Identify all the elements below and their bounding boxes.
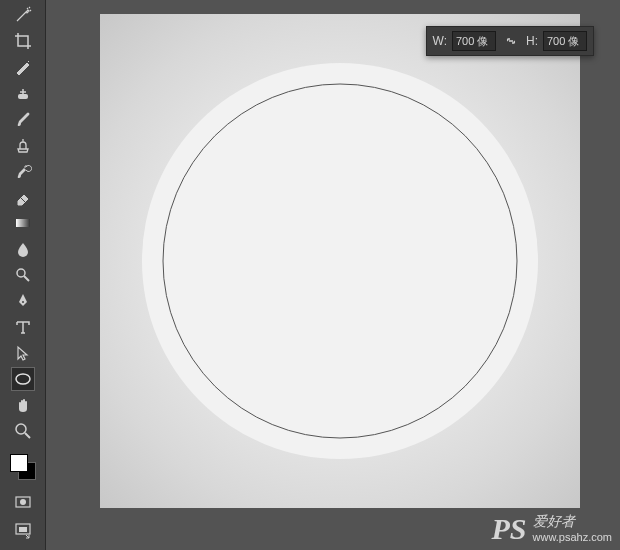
svg-rect-1	[16, 219, 30, 227]
svg-point-4	[16, 374, 30, 384]
height-label: H:	[526, 34, 538, 48]
watermark: PS 爱好者 www.psahz.com	[492, 514, 613, 544]
zoom-tool[interactable]	[11, 419, 35, 443]
transform-dimensions-hud: W: H:	[426, 26, 594, 56]
watermark-logo: PS	[492, 514, 527, 544]
healing-brush-tool[interactable]	[11, 81, 35, 105]
color-swatches[interactable]	[8, 452, 38, 482]
dodge-tool[interactable]	[11, 263, 35, 287]
pen-tool[interactable]	[11, 289, 35, 313]
history-brush-tool[interactable]	[11, 159, 35, 183]
type-tool[interactable]	[11, 315, 35, 339]
watermark-text-cn: 爱好者	[533, 514, 612, 531]
document-canvas[interactable]	[100, 14, 580, 508]
blur-tool[interactable]	[11, 237, 35, 261]
ellipse-tool[interactable]	[11, 367, 35, 391]
clone-stamp-tool[interactable]	[11, 133, 35, 157]
link-dimensions-icon[interactable]	[501, 31, 521, 51]
svg-point-7	[20, 499, 26, 505]
svg-point-2	[17, 269, 25, 277]
svg-point-5	[16, 424, 26, 434]
hand-tool[interactable]	[11, 393, 35, 417]
tools-panel	[0, 0, 46, 550]
foreground-color[interactable]	[10, 454, 28, 472]
watermark-url: www.psahz.com	[533, 531, 612, 544]
width-label: W:	[433, 34, 447, 48]
screen-mode-toggle[interactable]	[11, 518, 35, 542]
magic-wand-tool[interactable]	[11, 3, 35, 27]
svg-point-3	[22, 301, 24, 303]
eraser-tool[interactable]	[11, 185, 35, 209]
gradient-tool[interactable]	[11, 211, 35, 235]
svg-rect-9	[19, 527, 27, 532]
quick-mask-toggle[interactable]	[11, 490, 35, 514]
height-input[interactable]	[543, 31, 587, 51]
width-input[interactable]	[452, 31, 496, 51]
crop-tool[interactable]	[11, 29, 35, 53]
brush-tool[interactable]	[11, 107, 35, 131]
active-path-ellipse[interactable]	[163, 84, 518, 439]
eyedropper-tool[interactable]	[11, 55, 35, 79]
path-selection-tool[interactable]	[11, 341, 35, 365]
